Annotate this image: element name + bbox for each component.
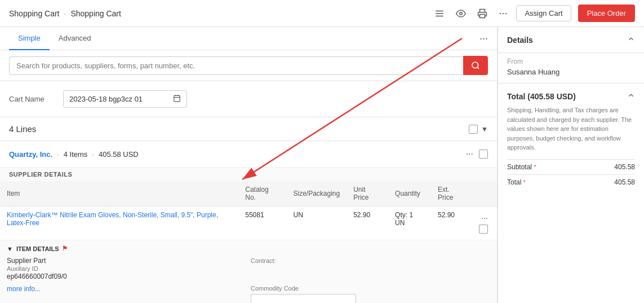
contract-label: Contract:	[251, 257, 276, 264]
svg-point-3	[460, 12, 463, 15]
svg-rect-4	[480, 14, 485, 17]
details-header: Details	[498, 27, 644, 53]
chevron-down-icon: ▼	[7, 245, 13, 252]
supplier-row: Quartzy, Inc. · 4 Items · 405.58 USD ···	[0, 141, 497, 168]
item-detail-grid: Supplier Part Auxiliary ID ep646660007df…	[7, 257, 490, 303]
details-content: From Susanna Huang	[498, 53, 644, 84]
lines-chevron-button[interactable]: ▼	[481, 125, 488, 133]
supplier-part-field: Supplier Part Auxiliary ID ep646660007df…	[7, 257, 246, 280]
table-header-row: Item Catalog No. Size/Packaging Unit Pri…	[0, 181, 497, 207]
col-item: Item	[0, 181, 238, 207]
items-table: Item Catalog No. Size/Packaging Unit Pri…	[0, 181, 497, 303]
row-actions-cell: ···	[472, 207, 497, 240]
supplier-more-button[interactable]: ···	[464, 147, 476, 161]
calendar-icon[interactable]	[173, 94, 181, 104]
assign-cart-button[interactable]: Assign Cart	[516, 5, 571, 21]
commodity-code-input[interactable]	[251, 294, 356, 303]
search-input[interactable]	[9, 56, 463, 75]
item-details-label: ITEM DETAILS	[16, 245, 59, 252]
tab-simple[interactable]: Simple	[9, 27, 50, 50]
flags-icon: ⚑	[62, 245, 68, 252]
svg-line-6	[477, 67, 479, 69]
print-icon-button[interactable]	[475, 6, 490, 21]
subtotal-value: 405.58	[614, 163, 635, 171]
contract-field: Contract:	[251, 257, 490, 280]
more-info-field: more info...	[7, 285, 246, 303]
breadcrumb-2: Shopping Cart	[70, 9, 121, 18]
total-label: Total *	[507, 178, 526, 186]
supplier-details-label: SUPPLIER DETAILS	[0, 168, 497, 181]
tab-advanced[interactable]: Advanced	[50, 27, 100, 50]
breadcrumb: Shopping Cart · Shopping Cart	[9, 9, 121, 18]
separator: ·	[64, 9, 66, 18]
more-options-button[interactable]: ···	[496, 5, 509, 21]
content-area: Simple Advanced ··· Cart Name 2023-05-18…	[0, 27, 644, 303]
size-cell: UN	[286, 207, 347, 240]
item-details-row: ▼ ITEM DETAILS ⚑ Supplier Part Auxiliary…	[0, 240, 497, 304]
item-name-cell: Kimberly-Clark™ Nitrile Exam Gloves, Non…	[0, 207, 238, 240]
cart-name-value: 2023-05-18 bgp3cz 01	[69, 95, 168, 103]
auxiliary-id-label: Auxiliary ID	[7, 265, 38, 272]
row-checkbox[interactable]	[479, 225, 488, 234]
place-order-button[interactable]: Place Order	[578, 5, 635, 22]
more-info-link[interactable]: more info...	[7, 285, 41, 293]
ext-price-cell: 52.90	[431, 207, 472, 240]
supplier-part-value: ep646660007df09/0	[7, 273, 67, 280]
details-title: Details	[507, 36, 533, 45]
search-bar	[0, 50, 497, 81]
lines-select-all-checkbox[interactable]	[469, 125, 478, 134]
catalog-no-cell: 55081	[238, 207, 286, 240]
supplier-name[interactable]: Quartzy, Inc.	[9, 150, 52, 159]
tabs-more-button[interactable]: ···	[479, 33, 488, 45]
from-label: From	[507, 58, 635, 65]
header: Shopping Cart · Shopping Cart ··· Assign…	[0, 0, 644, 27]
total-content: Shipping, Handling, and Tax charges are …	[498, 106, 644, 196]
left-panel: Simple Advanced ··· Cart Name 2023-05-18…	[0, 27, 498, 303]
total-collapse-button[interactable]	[627, 91, 635, 101]
total-description: Shipping, Handling, and Tax charges are …	[507, 106, 635, 152]
commodity-code-field: Commodity Code	[251, 285, 490, 303]
item-name-link[interactable]: Kimberly-Clark™ Nitrile Exam Gloves, Non…	[7, 211, 218, 227]
menu-icon-button[interactable]	[432, 6, 447, 21]
cart-name-section: Cart Name 2023-05-18 bgp3cz 01	[0, 81, 497, 117]
col-actions	[472, 181, 497, 207]
row-more-button[interactable]: ···	[479, 211, 490, 225]
item-details-cell: ▼ ITEM DETAILS ⚑ Supplier Part Auxiliary…	[0, 240, 497, 304]
col-size: Size/Packaging	[286, 181, 347, 207]
col-ext-price: Ext. Price	[431, 181, 472, 207]
svg-point-5	[472, 62, 478, 68]
table-row: Kimberly-Clark™ Nitrile Exam Gloves, Non…	[0, 207, 497, 240]
supplier-part-label-text: Supplier Part	[7, 257, 46, 265]
cart-name-label: Cart Name	[9, 95, 54, 103]
supplier-checkbox[interactable]	[479, 150, 488, 159]
total-row: Total * 405.58	[507, 174, 635, 190]
details-collapse-button[interactable]	[627, 35, 635, 45]
person-value: Susanna Huang	[507, 68, 635, 76]
subtotal-row: Subtotal * 405.58	[507, 159, 635, 174]
unit-price-cell: 52.90	[347, 207, 388, 240]
right-panel: Details From Susanna Huang Total (405.58…	[498, 27, 644, 303]
lines-title: 4 Lines	[9, 124, 36, 134]
total-header: Total (405.58 USD)	[498, 84, 644, 106]
cart-name-input-wrap[interactable]: 2023-05-18 bgp3cz 01	[63, 90, 187, 108]
item-details-toggle[interactable]: ▼ ITEM DETAILS ⚑	[7, 245, 490, 252]
total-title: Total (405.58 USD)	[507, 92, 576, 101]
supplier-actions: ···	[464, 147, 488, 161]
col-catalog: Catalog No.	[238, 181, 286, 207]
subtotal-label: Subtotal *	[507, 163, 536, 171]
supplier-total: 405.58 USD	[99, 150, 139, 159]
svg-rect-7	[174, 95, 180, 102]
tabs-bar: Simple Advanced ···	[0, 27, 497, 50]
supplier-part-label: Supplier Part Auxiliary ID	[7, 257, 246, 273]
search-button[interactable]	[463, 56, 488, 75]
eye-icon-button[interactable]	[454, 6, 468, 21]
lines-section: 4 Lines ▼	[0, 117, 497, 141]
quantity-cell: Qty: 1 UN	[388, 207, 431, 240]
lines-actions: ▼	[469, 125, 488, 134]
commodity-code-label: Commodity Code	[251, 285, 490, 292]
col-quantity: Quantity	[388, 181, 431, 207]
supplier-items-count: 4 Items	[64, 150, 88, 159]
breadcrumb-1: Shopping Cart	[9, 9, 60, 18]
total-value: 405.58	[614, 178, 635, 186]
col-unit-price: Unit Price	[347, 181, 388, 207]
